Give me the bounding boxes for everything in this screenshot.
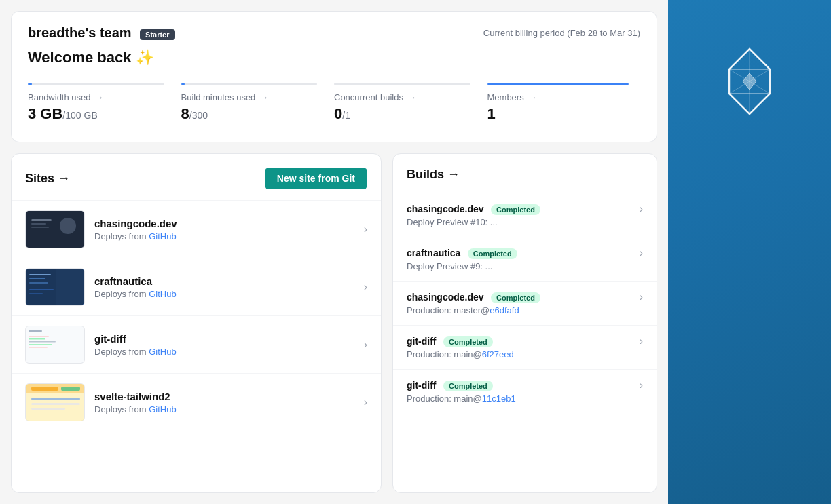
site-github-link-chasingcode[interactable]: GitHub <box>149 231 176 241</box>
build-item-1[interactable]: craftnautica Completed Deploy Preview #9… <box>393 237 657 281</box>
starter-badge: Starter <box>140 29 174 40</box>
new-site-button[interactable]: New site from Git <box>265 168 367 189</box>
build-chevron-3: › <box>640 335 643 347</box>
build-item-0[interactable]: chasingcode.dev Completed Deploy Preview… <box>393 193 657 237</box>
build-item-3[interactable]: git-diff Completed Production: main@6f27… <box>393 325 657 369</box>
concurrent-progress-bar <box>334 83 470 85</box>
stat-bandwidth[interactable]: Bandwidth used → 3 GB/100 GB <box>28 77 181 128</box>
build-commit-link-2[interactable]: e6dfafd <box>490 305 519 315</box>
svg-rect-17 <box>29 341 56 343</box>
site-thumbnail-craftnautica <box>25 268 85 306</box>
site-info-svelte: svelte-tailwind2 Deploys from GitHub <box>94 391 358 414</box>
site-info-gitdiff: git-diff Deploys from GitHub <box>94 333 358 357</box>
netlify-logo <box>709 41 790 122</box>
build-info-3: git-diff Completed Production: main@6f27… <box>407 335 634 360</box>
bandwidth-progress-fill <box>28 83 32 85</box>
stat-members[interactable]: Members → 1 <box>487 77 641 128</box>
build-chevron-1: › <box>640 247 643 259</box>
site-chevron-craftnautica: › <box>364 281 367 293</box>
build-commit-link-4[interactable]: 11c1eb1 <box>482 393 516 404</box>
site-name-craftnautica: craftnautica <box>94 275 358 287</box>
stat-concurrent-builds[interactable]: Concurrent builds → 0/1 <box>334 77 487 128</box>
buildminutes-arrow: → <box>259 92 268 102</box>
welcome-text: Welcome back ✨ <box>28 49 640 66</box>
svg-rect-2 <box>31 219 52 221</box>
svg-marker-39 <box>743 73 756 90</box>
buildminutes-progress-fill <box>181 83 185 85</box>
build-item-2[interactable]: chasingcode.dev Completed Production: ma… <box>393 281 657 325</box>
site-item-chasingcode[interactable]: chasingcode.dev Deploys from GitHub › <box>12 200 381 258</box>
svg-rect-25 <box>31 403 80 405</box>
stat-build-minutes[interactable]: Build minutes used → 8/300 <box>181 77 335 128</box>
svg-rect-3 <box>31 223 46 225</box>
svg-rect-15 <box>29 336 49 337</box>
svg-line-33 <box>729 94 750 114</box>
site-chevron-chasingcode: › <box>364 223 367 235</box>
members-value: 1 <box>487 105 629 123</box>
build-item-4[interactable]: git-diff Completed Production: main@11c1… <box>393 369 657 413</box>
bandwidth-total: /100 GB <box>62 110 97 121</box>
concurrent-value: 0/1 <box>334 105 470 123</box>
stats-grid: Bandwidth used → 3 GB/100 GB Build minut… <box>28 77 640 128</box>
members-arrow: → <box>528 92 537 102</box>
build-site-4: git-diff <box>407 380 437 391</box>
svg-rect-24 <box>31 398 80 400</box>
site-github-link-gitdiff[interactable]: GitHub <box>149 347 176 357</box>
site-info-chasingcode: chasingcode.dev Deploys from GitHub <box>94 218 358 241</box>
svg-rect-19 <box>29 347 48 348</box>
site-item-craftnautica[interactable]: craftnautica Deploys from GitHub › <box>12 258 381 315</box>
build-badge-3: Completed <box>443 336 493 347</box>
members-progress-fill <box>487 83 629 85</box>
build-detail-4: Production: main@11c1eb1 <box>407 393 634 404</box>
build-info-1: craftnautica Completed Deploy Preview #9… <box>407 247 634 271</box>
site-chevron-gitdiff: › <box>364 338 367 351</box>
members-label: Members → <box>487 92 629 102</box>
build-chevron-2: › <box>640 291 643 303</box>
svg-rect-22 <box>31 387 58 391</box>
site-name-svelte: svelte-tailwind2 <box>94 391 358 402</box>
site-github-link-svelte[interactable]: GitHub <box>149 404 176 414</box>
site-item-svelte[interactable]: svelte-tailwind2 Deploys from GitHub › <box>12 373 381 431</box>
svg-point-1 <box>60 218 76 234</box>
sites-panel-header: Sites → New site from Git <box>12 168 381 200</box>
site-name-chasingcode: chasingcode.dev <box>94 218 358 229</box>
build-site-1: craftnautica <box>407 248 460 258</box>
sites-panel-title[interactable]: Sites → <box>25 172 70 186</box>
build-chevron-4: › <box>640 379 643 391</box>
svg-line-29 <box>729 49 750 69</box>
build-detail-3: Production: main@6f27eed <box>407 349 634 360</box>
build-badge-0: Completed <box>491 204 540 215</box>
buildminutes-value: 8/300 <box>181 105 318 123</box>
builds-panel-header: Builds → <box>393 168 657 193</box>
site-item-gitdiff[interactable]: git-diff Deploys from GitHub › <box>12 315 381 373</box>
site-name-gitdiff: git-diff <box>94 333 358 345</box>
svg-rect-11 <box>29 293 43 294</box>
svg-rect-0 <box>26 211 85 248</box>
team-name: breadthe's team <box>28 25 132 40</box>
members-progress-bar <box>487 83 629 85</box>
build-chevron-0: › <box>640 203 643 215</box>
builds-panel-title[interactable]: Builds → <box>407 168 460 182</box>
svg-rect-4 <box>31 227 49 228</box>
buildminutes-label: Build minutes used → <box>181 92 318 102</box>
site-thumbnail-gitdiff <box>25 326 85 364</box>
concurrent-arrow: → <box>407 92 416 102</box>
concurrent-label: Concurrent builds → <box>334 92 470 102</box>
concurrent-total: /1 <box>342 110 350 121</box>
build-info-0: chasingcode.dev Completed Deploy Preview… <box>407 203 634 227</box>
svg-rect-8 <box>29 278 45 279</box>
site-thumbnail-chasingcode <box>25 210 85 248</box>
site-deploy-gitdiff: Deploys from GitHub <box>94 347 358 357</box>
site-github-link-craftnautica[interactable]: GitHub <box>149 289 176 299</box>
build-commit-link-3[interactable]: 6f27eed <box>482 349 514 360</box>
billing-period: Current billing period (Feb 28 to Mar 31… <box>483 28 640 38</box>
svg-rect-10 <box>29 289 54 290</box>
build-badge-4: Completed <box>443 381 493 391</box>
build-badge-2: Completed <box>491 292 540 303</box>
build-detail-0: Deploy Preview #10: ... <box>407 217 634 227</box>
svg-rect-14 <box>29 334 83 334</box>
build-detail-2: Production: master@e6dfafd <box>407 305 634 315</box>
build-badge-1: Completed <box>468 248 517 259</box>
lower-section: Sites → New site from Git <box>11 153 657 493</box>
svg-line-28 <box>750 49 770 69</box>
